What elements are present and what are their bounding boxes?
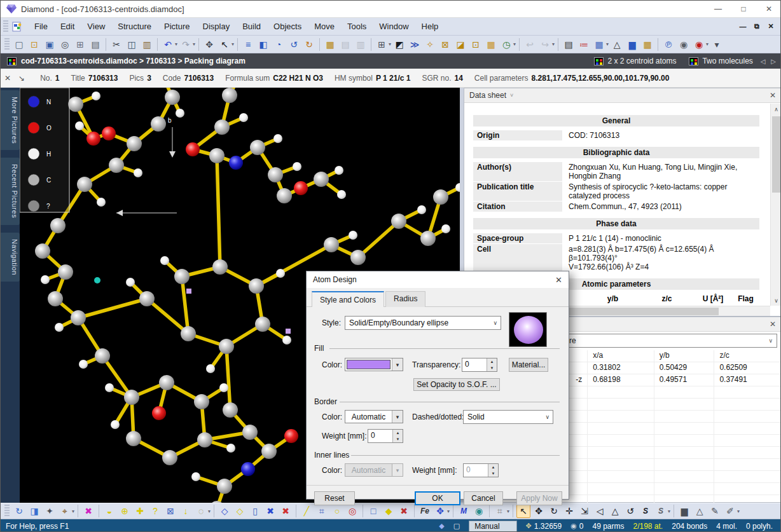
menu-structure[interactable]: Structure [111, 19, 158, 34]
atom-C[interactable] [222, 88, 237, 103]
close-icon[interactable]: ✕ [4, 74, 11, 83]
picture-tab-two-molecules[interactable]: Two molecules [684, 55, 757, 67]
rotate-mode-button[interactable]: ↻ [547, 504, 561, 518]
atom-N[interactable] [241, 462, 255, 476]
table-datasheet-button[interactable]: ▦ [323, 38, 337, 51]
chevron-down-icon[interactable]: ▾ [737, 508, 740, 514]
translate-mode-button[interactable]: ✛ [562, 504, 576, 518]
get-atoms-button[interactable]: ↓ [179, 504, 193, 518]
atom-C[interactable] [139, 291, 155, 306]
zoom-mode-button[interactable]: ⇲ [577, 504, 591, 518]
atom-C[interactable] [268, 167, 283, 182]
bond[interactable] [226, 346, 230, 410]
menu-help[interactable]: Help [415, 19, 445, 34]
ring-search-button[interactable]: ◎ [345, 504, 359, 518]
atom-H[interactable] [75, 121, 84, 130]
grow-molecule-button[interactable]: ◇ [218, 504, 232, 518]
update-picture-button[interactable]: ↻ [12, 504, 26, 518]
dashed-dotted-combobox[interactable]: Solid ∨ [463, 410, 553, 424]
atom-H[interactable] [79, 360, 88, 369]
cell-edges-button[interactable]: □ [366, 504, 380, 518]
atom-H[interactable] [92, 92, 100, 100]
atom-H[interactable] [55, 323, 64, 332]
grid-layout-button[interactable]: ⊞ [375, 38, 389, 51]
atom-C[interactable] [95, 348, 110, 364]
ring-template-button[interactable]: ○ [330, 504, 344, 518]
window-close-button[interactable]: ✕ [756, 1, 781, 17]
atom-C[interactable] [420, 231, 436, 246]
add-atom-button[interactable]: ◒ [102, 504, 116, 518]
distances-angles-view-button[interactable]: △ [610, 38, 624, 51]
border-color-combobox[interactable]: Automatic ▾ [345, 410, 403, 423]
atom-C[interactable] [159, 375, 174, 390]
atom-C[interactable] [277, 188, 292, 203]
molecule-in-cell-button[interactable]: ▯ [248, 504, 262, 518]
toolbar-grip[interactable] [4, 38, 10, 51]
data-brief-view-button[interactable]: ≔ [577, 38, 591, 51]
atom-O[interactable] [186, 142, 200, 156]
atom-C[interactable] [174, 269, 190, 284]
refresh-picture-button[interactable]: ↻ [302, 38, 316, 51]
scroll-up-icon[interactable]: ∧ [771, 104, 781, 114]
atom-C[interactable] [217, 479, 232, 494]
more-tools-chevron-button[interactable]: ≫ [408, 38, 422, 51]
history-pane-button[interactable]: ◔ [272, 38, 286, 51]
data-sheet-header[interactable]: Data sheet ˅ ✕ [464, 88, 781, 103]
chevron-down-icon[interactable]: ▾ [668, 508, 670, 514]
atom-C[interactable] [214, 119, 230, 135]
atom-C[interactable] [314, 172, 329, 187]
atom-H[interactable] [293, 162, 301, 171]
sidebar-tab-navigation[interactable]: Navigation [1, 233, 20, 282]
powder-diagram-button[interactable]: ▆ [677, 504, 691, 518]
tab-style-and-colors[interactable]: Style and Colors [312, 291, 384, 307]
chevron-down-icon[interactable]: ▾ [175, 41, 177, 47]
atom-O[interactable] [284, 429, 298, 443]
atom-H[interactable] [219, 383, 228, 392]
sidebar-tab-recent-pictures[interactable]: Recent Pictures [1, 158, 20, 224]
picture-tab-2-x-2-centroid-atoms[interactable]: 2 x 2 centroid atoms [589, 55, 681, 67]
scrollbar-thumb[interactable] [772, 116, 780, 193]
menu-move[interactable]: Move [308, 19, 341, 34]
draw-annotation-button[interactable]: ✎ [708, 504, 722, 518]
duplicate-picture-button[interactable]: ⊡ [469, 38, 483, 51]
insert-atoms-button[interactable]: ✚ [133, 504, 147, 518]
add-all-atoms-button[interactable]: ⊕ [118, 504, 132, 518]
atom-H[interactable] [134, 168, 142, 177]
measure-angle-button[interactable]: △ [693, 504, 707, 518]
atom-O[interactable] [86, 132, 100, 146]
atom-C[interactable] [223, 402, 238, 418]
menu-window[interactable]: Window [373, 19, 415, 34]
pan-hand-button[interactable]: ✥ [202, 38, 216, 51]
report-view-button[interactable]: ▤ [562, 38, 576, 51]
chevron-down-icon[interactable]: ▾ [507, 508, 509, 514]
create-bond-button[interactable]: ╱ [300, 504, 314, 518]
destroy-fragments-button[interactable]: ✖ [279, 504, 293, 518]
picture-in-window-button[interactable]: ⊠ [438, 38, 452, 51]
atom-C[interactable] [127, 136, 142, 151]
new-document-button[interactable]: ▢ [12, 38, 26, 51]
atom-C[interactable] [209, 148, 225, 163]
chevron-down-icon[interactable]: ▾ [389, 41, 391, 47]
atom-C[interactable] [249, 278, 264, 294]
chevron-down-icon[interactable]: ▾ [706, 41, 708, 47]
atom-H[interactable] [417, 205, 426, 214]
spin-up-icon[interactable]: ▲ [393, 430, 403, 436]
cancel-button[interactable]: Cancel [464, 491, 503, 505]
atom-H[interactable] [282, 336, 291, 344]
lattice-plane-button[interactable]: ◆ [382, 504, 396, 518]
open-document-button[interactable]: ⊡ [27, 38, 41, 51]
chevron-down-icon[interactable]: ▾ [208, 508, 211, 514]
destroy-all-button[interactable]: ✖ [81, 504, 95, 518]
menu-edit[interactable]: Edit [54, 19, 81, 34]
spin-down-icon[interactable]: ▼ [393, 436, 403, 442]
bond[interactable] [78, 299, 147, 318]
destroy-bonds-button[interactable]: ⌗ [315, 504, 329, 518]
pack-molecules-button[interactable]: ✥ [433, 504, 447, 518]
atom-O[interactable] [102, 126, 116, 140]
atom-H[interactable] [105, 383, 114, 392]
tab-radius[interactable]: Radius [385, 291, 425, 307]
atom-C[interactable] [58, 264, 73, 280]
atom-H[interactable] [226, 444, 235, 453]
atom-C[interactable] [255, 317, 270, 332]
powder-pattern-view-button[interactable]: ▆ [625, 38, 639, 51]
